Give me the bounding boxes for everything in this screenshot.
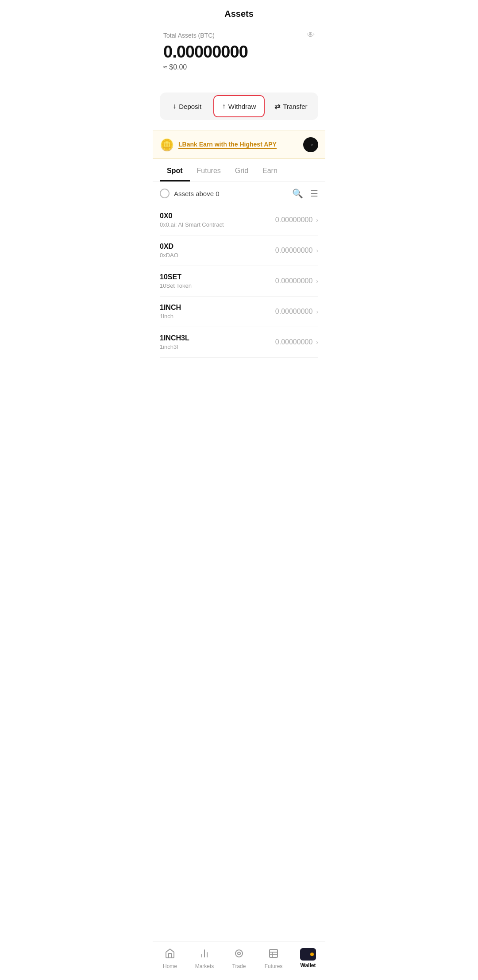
- nav-item-wallet[interactable]: Wallet: [291, 946, 325, 971]
- asset-info: 0XD 0xDAO: [160, 243, 178, 259]
- wallet-icon: [300, 948, 316, 961]
- home-icon: [165, 948, 175, 961]
- svg-rect-5: [270, 949, 278, 957]
- nav-item-trade[interactable]: Trade: [222, 946, 256, 971]
- asset-symbol: 1INCH3L: [160, 334, 189, 342]
- filter-icons: 🔍 ☰: [292, 188, 318, 199]
- asset-amount: 0.00000000: [275, 216, 313, 224]
- earn-emoji-icon: 🪙: [160, 138, 174, 152]
- transfer-label: Transfer: [283, 103, 307, 110]
- nav-label-trade: Trade: [232, 963, 246, 969]
- tab-futures[interactable]: Futures: [190, 161, 228, 181]
- action-buttons-row: ↓ Deposit ↑ Withdraw ⇄ Transfer: [160, 93, 318, 120]
- search-icon[interactable]: 🔍: [292, 188, 303, 199]
- asset-symbol: 1INCH: [160, 304, 181, 312]
- deposit-icon: ↓: [173, 102, 176, 110]
- tab-spot[interactable]: Spot: [160, 161, 190, 181]
- deposit-button[interactable]: ↓ Deposit: [162, 95, 212, 117]
- asset-right: 0.00000000 ›: [275, 216, 318, 224]
- filter-row: Assets above 0 🔍 ☰: [153, 182, 325, 205]
- chevron-right-icon: ›: [316, 278, 318, 285]
- transfer-icon: ⇄: [274, 102, 280, 111]
- nav-label-wallet: Wallet: [301, 962, 316, 968]
- assets-amount: 0.00000000: [163, 42, 315, 62]
- asset-symbol: 0XD: [160, 243, 178, 251]
- assets-section: Total Assets (BTC) 👁 0.00000000 ≈ $0.00: [153, 23, 325, 82]
- futures-icon: [268, 948, 279, 961]
- header: Assets: [153, 0, 325, 23]
- withdraw-label: Withdraw: [228, 103, 256, 110]
- filter-label: Assets above 0: [174, 190, 220, 197]
- earn-arrow-button[interactable]: →: [303, 137, 318, 152]
- nav-item-futures[interactable]: Futures: [256, 946, 291, 971]
- page-title: Assets: [162, 9, 316, 19]
- table-row[interactable]: 10SET 10Set Token 0.00000000 ›: [160, 266, 318, 297]
- chevron-right-icon: ›: [316, 339, 318, 346]
- asset-name: 1inch3l: [160, 343, 189, 350]
- svg-point-3: [235, 950, 243, 957]
- svg-point-4: [238, 952, 240, 955]
- nav-item-markets[interactable]: Markets: [187, 946, 222, 971]
- bottom-nav: Home Markets Trade: [153, 941, 325, 980]
- tabs-row: Spot Futures Grid Earn: [153, 161, 325, 182]
- nav-label-home: Home: [163, 963, 177, 969]
- asset-info: 0X0 0x0.ai: AI Smart Contract: [160, 212, 224, 228]
- withdraw-button[interactable]: ↑ Withdraw: [213, 95, 264, 117]
- assets-usd: ≈ $0.00: [163, 63, 315, 71]
- filter-toggle[interactable]: [160, 189, 170, 198]
- asset-right: 0.00000000 ›: [275, 277, 318, 285]
- asset-amount: 0.00000000: [275, 338, 313, 346]
- nav-label-markets: Markets: [195, 963, 214, 969]
- earn-banner[interactable]: 🪙 LBank Earn with the Highest APY →: [153, 131, 325, 159]
- asset-amount: 0.00000000: [275, 277, 313, 285]
- table-row[interactable]: 1INCH3L 1inch3l 0.00000000 ›: [160, 327, 318, 358]
- table-row[interactable]: 0XD 0xDAO 0.00000000 ›: [160, 235, 318, 266]
- chevron-right-icon: ›: [316, 216, 318, 224]
- withdraw-icon: ↑: [222, 102, 226, 110]
- asset-name: 0x0.ai: AI Smart Contract: [160, 221, 224, 228]
- asset-amount: 0.00000000: [275, 247, 313, 255]
- asset-amount: 0.00000000: [275, 308, 313, 316]
- filter-left: Assets above 0: [160, 189, 220, 198]
- asset-info: 1INCH3L 1inch3l: [160, 334, 189, 350]
- nav-item-home[interactable]: Home: [153, 946, 187, 971]
- asset-right: 0.00000000 ›: [275, 247, 318, 255]
- chevron-right-icon: ›: [316, 308, 318, 315]
- trade-icon: [234, 948, 244, 961]
- asset-right: 0.00000000 ›: [275, 308, 318, 316]
- assets-label-text: Total Assets (BTC): [163, 32, 215, 39]
- asset-right: 0.00000000 ›: [275, 338, 318, 346]
- asset-symbol: 0X0: [160, 212, 224, 220]
- deposit-label: Deposit: [179, 103, 201, 110]
- asset-name: 10Set Token: [160, 282, 192, 289]
- asset-info: 1INCH 1inch: [160, 304, 181, 320]
- chevron-right-icon: ›: [316, 247, 318, 254]
- earn-banner-left: 🪙 LBank Earn with the Highest APY: [160, 138, 277, 152]
- visibility-toggle-icon[interactable]: 👁: [307, 31, 315, 40]
- tab-grid[interactable]: Grid: [228, 161, 255, 181]
- asset-symbol: 10SET: [160, 273, 192, 281]
- asset-name: 1inch: [160, 313, 181, 320]
- earn-banner-text: LBank Earn with the Highest APY: [178, 141, 277, 149]
- markets-icon: [199, 948, 210, 961]
- asset-name: 0xDAO: [160, 252, 178, 259]
- list-icon[interactable]: ☰: [310, 188, 318, 199]
- tab-earn[interactable]: Earn: [255, 161, 285, 181]
- nav-label-futures: Futures: [265, 963, 283, 969]
- assets-list: 0X0 0x0.ai: AI Smart Contract 0.00000000…: [153, 205, 325, 358]
- table-row[interactable]: 1INCH 1inch 0.00000000 ›: [160, 297, 318, 327]
- earn-arrow-icon: →: [307, 141, 314, 149]
- asset-info: 10SET 10Set Token: [160, 273, 192, 289]
- assets-label: Total Assets (BTC) 👁: [163, 31, 315, 40]
- table-row[interactable]: 0X0 0x0.ai: AI Smart Contract 0.00000000…: [160, 205, 318, 235]
- transfer-button[interactable]: ⇄ Transfer: [266, 95, 316, 117]
